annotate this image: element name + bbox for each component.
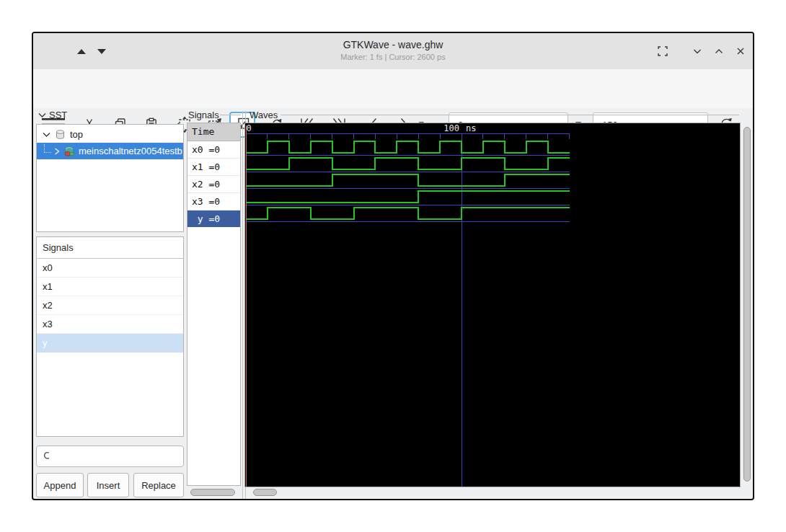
waves-frame-label: Waves	[250, 110, 278, 120]
signal-list-item-x1[interactable]: x1	[37, 278, 183, 296]
expander-down-icon[interactable]	[42, 131, 51, 138]
signal-list-item-x0[interactable]: x0	[37, 259, 183, 278]
chevron-down-icon[interactable]	[688, 33, 707, 69]
wave-trace-x3	[246, 191, 570, 203]
close-icon[interactable]	[731, 33, 750, 69]
signals-frame-label: Signals	[188, 110, 219, 120]
signal-name-row[interactable]: y =0	[187, 210, 240, 227]
tree-item-label: meinschaltnetz0054testb	[79, 146, 182, 156]
signal-search-input[interactable]	[53, 447, 183, 466]
signal-list-item-x2[interactable]: x2	[37, 296, 183, 315]
signal-search-box[interactable]	[36, 445, 184, 467]
pane-splitter[interactable]	[242, 111, 243, 499]
maximize-frame-icon[interactable]	[653, 33, 672, 69]
wave-trace-x2	[246, 174, 570, 186]
gtkwave-window: GTKWave - wave.ghw Marker: 1 fs | Cursor…	[32, 32, 754, 500]
timeline-label-0: 0	[247, 123, 252, 133]
sst-tree-panel: top meinschaltnetz0054testb	[36, 124, 184, 232]
tree-connector	[44, 144, 51, 153]
replace-button-label: Replace	[141, 480, 176, 491]
waves-frame-line	[281, 115, 739, 115]
signals-frame-line	[220, 115, 241, 115]
window-subtitle: Marker: 1 fs | Cursor: 2600 ps	[33, 53, 753, 61]
waves-hscrollbar-thumb[interactable]	[253, 489, 277, 496]
tree-item-module[interactable]: meinschaltnetz0054testb	[37, 143, 183, 159]
timeline-label-100: 100	[443, 123, 459, 133]
append-button-label: Append	[44, 480, 76, 491]
wave-canvas[interactable]: 0100ns	[244, 123, 741, 487]
sst-expander-icon[interactable]	[37, 112, 47, 119]
signal-name-row[interactable]: x2 =0	[187, 176, 240, 193]
signal-list-panel: Signals x0x1x2x3y	[36, 236, 184, 437]
tree-item-label: top	[70, 129, 83, 140]
chevron-up-icon[interactable]	[710, 33, 728, 69]
database-cylinder-icon	[55, 129, 66, 140]
waves-vscrollbar-thumb[interactable]	[743, 127, 751, 482]
signal-name-row[interactable]: x3 =0	[187, 193, 240, 210]
insert-button-label: Insert	[97, 480, 120, 491]
search-icon	[43, 451, 49, 462]
main-toolbar: From: To:	[33, 69, 753, 108]
wave-trace-x0	[246, 141, 570, 153]
replace-button[interactable]: Replace	[133, 473, 184, 497]
window-title: GTKWave - wave.ghw	[33, 39, 753, 50]
wave-trace-y	[246, 208, 570, 219]
signal-names-panel: Time x0 =0x1 =0x2 =0x3 =0 y =0	[187, 123, 241, 486]
time-header[interactable]: Time	[187, 123, 240, 141]
names-hscrollbar-thumb[interactable]	[190, 489, 235, 496]
title-bar[interactable]: GTKWave - wave.ghw Marker: 1 fs | Cursor…	[33, 33, 753, 70]
signal-name-row[interactable]: x1 =0	[187, 159, 240, 176]
tree-item-top[interactable]: top	[37, 126, 183, 143]
module-colored-icon	[63, 146, 75, 157]
timeline-unit-label: ns	[466, 123, 476, 133]
sst-label: SST	[49, 110, 67, 120]
wave-trace-x1	[246, 158, 570, 169]
signal-name-row[interactable]: x0 =0	[187, 141, 240, 159]
append-button[interactable]: Append	[36, 473, 84, 497]
signal-list-item-x3[interactable]: x3	[37, 315, 183, 334]
insert-button[interactable]: Insert	[87, 473, 129, 497]
expander-right-icon[interactable]	[53, 147, 61, 156]
signal-list-item-y[interactable]: y	[37, 334, 183, 353]
signal-list-header: Signals	[37, 237, 183, 259]
